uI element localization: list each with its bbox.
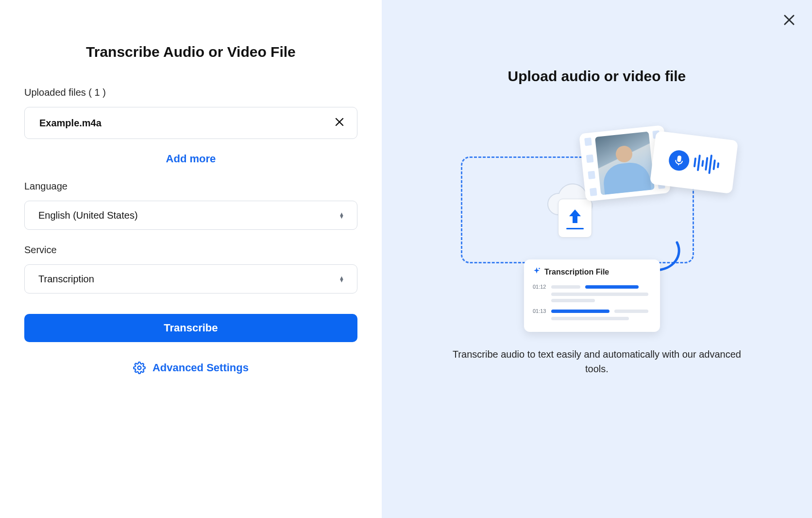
sparkle-icon xyxy=(533,267,541,277)
add-more-button[interactable]: Add more xyxy=(24,153,357,165)
uploaded-file-name: Example.m4a xyxy=(39,118,102,129)
uploaded-file-row: Example.m4a xyxy=(24,107,357,139)
timestamp: 01:13 xyxy=(533,308,546,314)
advanced-settings-button[interactable]: Advanced Settings xyxy=(24,362,357,374)
video-thumbnail xyxy=(595,132,655,195)
transcribe-button[interactable]: Transcribe xyxy=(24,314,357,342)
uploaded-count: 1 xyxy=(95,87,100,98)
chevron-updown-icon: ▲▼ xyxy=(339,212,344,218)
upload-arrow-icon xyxy=(558,199,592,238)
advanced-settings-label: Advanced Settings xyxy=(152,362,249,374)
language-value: English (United States) xyxy=(38,210,138,221)
svg-point-0 xyxy=(137,366,141,370)
timestamp: 01:12 xyxy=(533,284,546,290)
service-select[interactable]: Transcription ▲▼ xyxy=(24,264,357,294)
service-value: Transcription xyxy=(38,274,94,285)
info-panel: Upload audio or video file xyxy=(382,0,812,518)
svg-point-3 xyxy=(539,268,540,269)
transcription-file-card: Transcription File 01:12 01:13 xyxy=(524,259,660,332)
info-title: Upload audio or video file xyxy=(508,68,686,85)
remove-file-icon[interactable] xyxy=(335,117,344,129)
svg-rect-1 xyxy=(677,155,682,162)
chevron-updown-icon: ▲▼ xyxy=(339,276,344,282)
info-subtitle: Transcribe audio to text easily and auto… xyxy=(451,347,743,376)
gear-icon xyxy=(133,362,146,374)
uploaded-files-label: Uploaded files ( 1 ) xyxy=(24,87,357,98)
language-label: Language xyxy=(24,181,357,192)
microphone-icon xyxy=(668,149,691,172)
upload-illustration: Transcription File 01:12 01:13 xyxy=(461,114,733,323)
audio-waveform-card xyxy=(650,131,738,194)
waveform-icon xyxy=(693,153,720,175)
page-title: Transcribe Audio or Video File xyxy=(24,44,357,60)
close-icon[interactable] xyxy=(783,14,795,29)
form-panel: Transcribe Audio or Video File Uploaded … xyxy=(0,0,382,518)
service-label: Service xyxy=(24,244,357,256)
language-select[interactable]: English (United States) ▲▼ xyxy=(24,201,357,230)
transcription-card-title: Transcription File xyxy=(544,268,609,276)
